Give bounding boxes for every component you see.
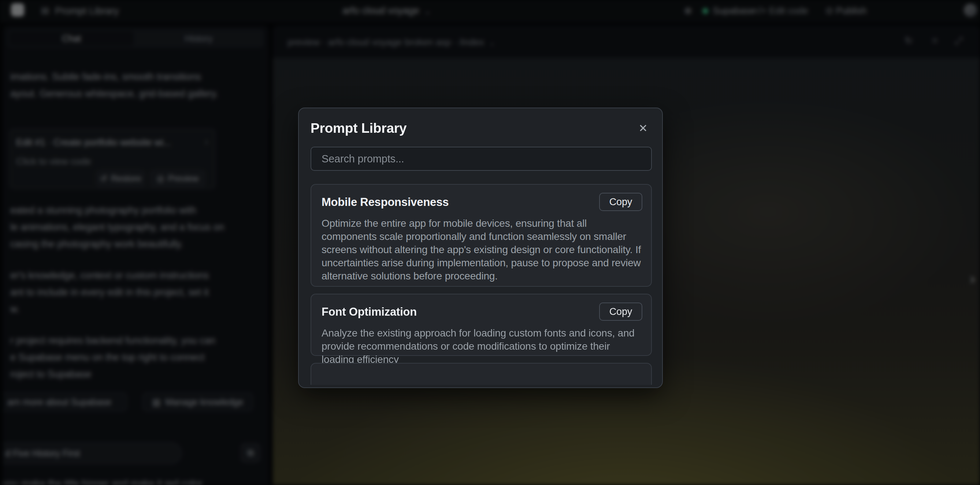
prompt-description: Analyze the existing approach for loadin…	[321, 327, 644, 366]
prompt-card-partial	[310, 363, 652, 385]
copy-button[interactable]: Copy	[599, 303, 642, 321]
prompt-title: Mobile Responsiveness	[321, 196, 641, 209]
prompt-card: Font Optimization Copy Analyze the exist…	[310, 294, 652, 356]
copy-button[interactable]: Copy	[599, 193, 642, 211]
prompt-title: Font Optimization	[321, 306, 641, 319]
search-input[interactable]	[310, 147, 652, 171]
prompt-library-modal: Prompt Library ✕ Mobile Responsiveness C…	[298, 108, 663, 388]
close-icon: ✕	[639, 122, 648, 135]
prompt-card: Mobile Responsiveness Copy Optimize the …	[310, 184, 652, 287]
modal-title: Prompt Library	[310, 121, 651, 136]
close-button[interactable]: ✕	[635, 120, 651, 136]
prompt-description: Optimize the entire app for mobile devic…	[321, 217, 644, 283]
